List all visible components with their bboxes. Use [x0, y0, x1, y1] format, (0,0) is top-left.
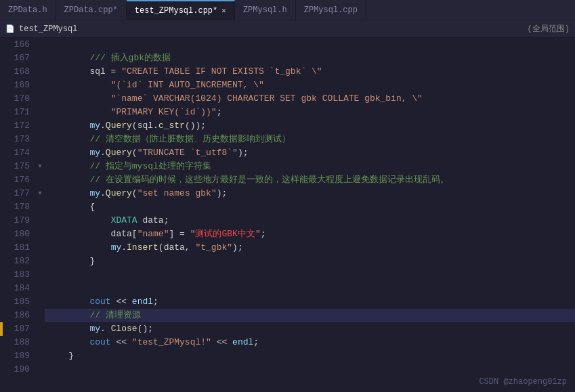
breadcrumb-filename: test_ZPMysql	[19, 24, 77, 34]
code-line-175: // 指定与mysql处理的字符集	[45, 160, 575, 173]
gutter-183	[35, 268, 45, 282]
code-line-178: {	[45, 200, 575, 214]
gutter-170	[35, 92, 45, 106]
tab-label: ZPMysql.cpp	[304, 5, 358, 15]
linenum-170: 170	[8, 92, 30, 106]
gutter-166	[35, 38, 45, 51]
linenum-178: 178	[8, 200, 30, 214]
linenum-190: 190	[8, 363, 30, 376]
code-line-171: "PRIMARY KEY(`id`))";	[45, 106, 575, 119]
code-line-170: "`name` VARCHAR(1024) CHARACTER SET gbk …	[45, 92, 575, 106]
linenum-176: 176	[8, 173, 30, 187]
tab-zpmysql-h[interactable]: ZPMysql.h	[235, 0, 296, 20]
code-line-169: "(`id` INT AUTO_INCREMENT, \"	[45, 79, 575, 92]
linenum-174: 174	[8, 146, 30, 160]
collapse-icon-175[interactable]: ▼	[38, 163, 41, 170]
watermark: CSDN @zhaopeng01zp	[479, 377, 567, 387]
linenum-183: 183	[8, 268, 30, 282]
gutter-178	[35, 200, 45, 214]
gutter-189	[35, 349, 45, 363]
gutter-173	[35, 133, 45, 146]
tab-zpdata-h[interactable]: ZPData.h	[0, 0, 56, 20]
gutter-176	[35, 173, 45, 187]
gutter-190	[35, 363, 45, 376]
gutter-182	[35, 255, 45, 268]
close-tab-icon[interactable]: ✕	[221, 6, 226, 15]
tab-label: test_ZPMysql.cpp*	[135, 6, 217, 16]
collapse-icon-177[interactable]: ▼	[38, 190, 41, 197]
line-numbers: 166 167 168 169 170 171 172 173 174 175 …	[3, 38, 35, 392]
breadcrumb-bar: 📄 test_ZPMysql (全局范围)	[0, 20, 575, 38]
tab-label: ZPData.cpp*	[64, 5, 118, 15]
code-line-167: /// 插入gbk的数据	[45, 51, 575, 65]
tab-zpdata-cpp[interactable]: ZPData.cpp*	[56, 0, 127, 20]
code-line-183	[45, 268, 575, 282]
linenum-187: 187	[8, 322, 30, 336]
breadcrumb-scope: (全局范围)	[528, 23, 570, 35]
gutter-179	[35, 214, 45, 227]
code-area: 166 167 168 169 170 171 172 173 174 175 …	[0, 38, 575, 392]
code-line-187: my. Close();	[45, 322, 575, 336]
code-line-177: my.Query("set names gbk");	[45, 187, 575, 200]
code-line-182: }	[45, 255, 575, 268]
code-line-166	[45, 38, 575, 51]
code-line-168: sql = "CREATE TABLE IF NOT EXISTS `t_gbk…	[45, 65, 575, 79]
linenum-182: 182	[8, 255, 30, 268]
gutter: ▼ ▼	[35, 38, 45, 392]
gutter-180	[35, 227, 45, 241]
code-line-174: my.Query("TRUNCATE `t_utf8`");	[45, 146, 575, 160]
gutter-168	[35, 65, 45, 79]
app-container: ZPData.h ZPData.cpp* test_ZPMysql.cpp* ✕…	[0, 0, 575, 392]
gutter-181	[35, 241, 45, 255]
linenum-179: 179	[8, 214, 30, 227]
linenum-172: 172	[8, 119, 30, 133]
linenum-166: 166	[8, 38, 30, 51]
linenum-171: 171	[8, 106, 30, 119]
gutter-172	[35, 119, 45, 133]
linenum-175: 175	[8, 160, 30, 173]
linenum-177: 177	[8, 187, 30, 200]
code-line-189: }	[45, 349, 575, 363]
code-line-184	[45, 282, 575, 295]
linenum-169: 169	[8, 79, 30, 92]
gutter-187	[35, 322, 45, 336]
linenum-188: 188	[8, 336, 30, 349]
code-line-172: my.Query(sql.c_str());	[45, 119, 575, 133]
tab-label: ZPData.h	[8, 5, 47, 15]
gutter-177[interactable]: ▼	[35, 187, 45, 200]
gutter-169	[35, 79, 45, 92]
linenum-168: 168	[8, 65, 30, 79]
linenum-184: 184	[8, 282, 30, 295]
code-line-188: cout << "test_ZPMysql!" << endl;	[45, 336, 575, 349]
code-line-176: // 在设置编码的时候，这些地方最好是一致的，这样能最大程度上避免数据记录出现乱…	[45, 173, 575, 187]
gutter-185	[35, 295, 45, 309]
code-line-179: XDATA data;	[45, 214, 575, 227]
tab-label: ZPMysql.h	[243, 5, 287, 15]
linenum-186: 186	[8, 309, 30, 322]
gutter-167	[35, 51, 45, 65]
code-line-185: cout << endl;	[45, 295, 575, 309]
gutter-175[interactable]: ▼	[35, 160, 45, 173]
gutter-186	[35, 309, 45, 322]
code-line-173: // 清空数据（防止脏数据、历史数据影响到测试）	[45, 133, 575, 146]
gutter-188	[35, 336, 45, 349]
code-line-186: // 清理资源	[45, 309, 575, 322]
code-lines[interactable]: /// 插入gbk的数据 sql = "CREATE TABLE IF NOT …	[45, 38, 575, 392]
code-line-190	[45, 363, 575, 376]
linenum-167: 167	[8, 51, 30, 65]
linenum-180: 180	[8, 227, 30, 241]
linenum-189: 189	[8, 349, 30, 363]
tab-bar: ZPData.h ZPData.cpp* test_ZPMysql.cpp* ✕…	[0, 0, 575, 20]
linenum-173: 173	[8, 133, 30, 146]
gutter-171	[35, 106, 45, 119]
linenum-185: 185	[8, 295, 30, 309]
file-icon: 📄	[5, 24, 15, 33]
tab-zpmysql-cpp[interactable]: ZPMysql.cpp	[296, 0, 366, 20]
linenum-181: 181	[8, 241, 30, 255]
code-line-181: my.Insert(data, "t_gbk");	[45, 241, 575, 255]
code-line-180: data["name"] = "测试的GBK中文";	[45, 227, 575, 241]
gutter-184	[35, 282, 45, 295]
tab-test-zpmysql-cpp[interactable]: test_ZPMysql.cpp* ✕	[127, 0, 235, 20]
gutter-174	[35, 146, 45, 160]
